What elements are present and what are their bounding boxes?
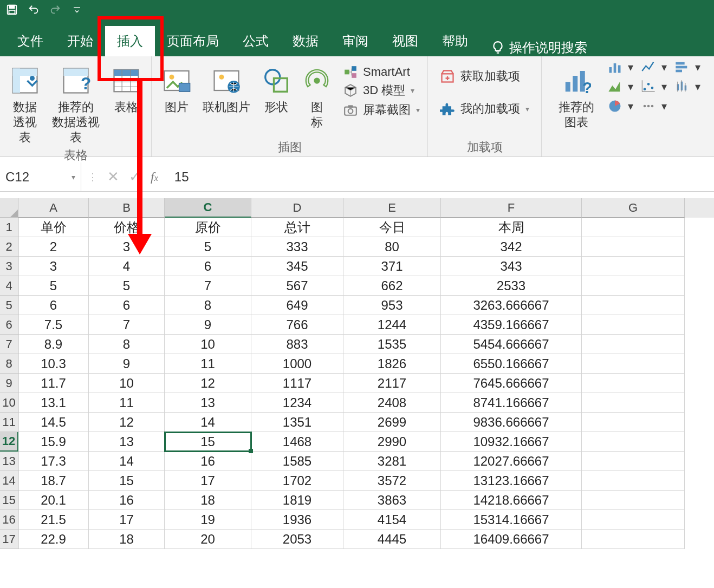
- row-header[interactable]: 14: [0, 471, 18, 491]
- line-chart-button[interactable]: ▾: [640, 60, 667, 75]
- cell[interactable]: 13: [165, 393, 251, 413]
- cell[interactable]: 15: [89, 471, 165, 491]
- cell[interactable]: 3263.666667: [441, 296, 582, 315]
- cell[interactable]: [582, 237, 685, 257]
- tab-help[interactable]: 帮助: [430, 26, 480, 56]
- my-addins-button[interactable]: 我的加载项 ▾: [438, 100, 531, 118]
- cell[interactable]: [582, 471, 685, 491]
- cell[interactable]: 8: [89, 335, 165, 354]
- cell[interactable]: 8741.166667: [441, 393, 582, 413]
- cell[interactable]: 2408: [343, 393, 441, 413]
- row-header[interactable]: 15: [0, 491, 18, 510]
- row-header[interactable]: 17: [0, 530, 18, 549]
- cell[interactable]: 1351: [251, 413, 343, 432]
- column-header[interactable]: E: [343, 198, 441, 218]
- cell[interactable]: 6: [165, 257, 251, 276]
- cell[interactable]: 11.7: [18, 374, 89, 393]
- cell[interactable]: [582, 452, 685, 471]
- formula-input[interactable]: 15: [174, 169, 189, 185]
- name-box[interactable]: C12 ▾: [0, 162, 81, 191]
- cell[interactable]: [582, 491, 685, 510]
- cell[interactable]: 20.1: [18, 491, 89, 510]
- cell[interactable]: 345: [251, 257, 343, 276]
- cell[interactable]: 1468: [251, 432, 343, 452]
- smartart-button[interactable]: SmartArt: [341, 64, 422, 80]
- cell[interactable]: 766: [251, 315, 343, 335]
- cell[interactable]: 6550.166667: [441, 354, 582, 374]
- cell[interactable]: 883: [251, 335, 343, 354]
- redo-icon[interactable]: [47, 2, 64, 17]
- cell[interactable]: 5454.666667: [441, 335, 582, 354]
- cell[interactable]: [582, 257, 685, 276]
- cell[interactable]: 3863: [343, 491, 441, 510]
- cell[interactable]: 16: [165, 452, 251, 471]
- row-header[interactable]: 6: [0, 315, 18, 335]
- fill-handle[interactable]: [249, 449, 253, 453]
- cell[interactable]: 4: [89, 257, 165, 276]
- cell[interactable]: 7.5: [18, 315, 89, 335]
- recommended-charts-button[interactable]: ? 推荐的 图表: [555, 60, 598, 139]
- pivot-table-button[interactable]: 数据 透视表: [5, 60, 44, 147]
- cell[interactable]: 2117: [343, 374, 441, 393]
- cell[interactable]: 2699: [343, 413, 441, 432]
- screenshot-button[interactable]: 屏幕截图 ▾: [341, 101, 422, 119]
- cell[interactable]: 7645.666667: [441, 374, 582, 393]
- cell[interactable]: 15: [165, 432, 251, 452]
- cancel-icon[interactable]: ✕: [107, 168, 119, 185]
- pictures-button[interactable]: 图片: [157, 60, 196, 139]
- cell[interactable]: 17: [89, 510, 165, 530]
- cell[interactable]: 5: [89, 276, 165, 296]
- undo-icon[interactable]: [25, 2, 42, 17]
- cell[interactable]: 7: [89, 315, 165, 335]
- row-header[interactable]: 9: [0, 374, 18, 393]
- surface-chart-button[interactable]: ▾: [640, 99, 667, 114]
- tab-data[interactable]: 数据: [281, 26, 330, 56]
- cell[interactable]: [582, 393, 685, 413]
- cell[interactable]: 14218.66667: [441, 491, 582, 510]
- cell[interactable]: [582, 218, 685, 237]
- cell[interactable]: 343: [441, 257, 582, 276]
- cell[interactable]: 7: [165, 276, 251, 296]
- cell[interactable]: 21.5: [18, 510, 89, 530]
- icons-button[interactable]: 图 标: [299, 60, 335, 139]
- cell[interactable]: 10: [165, 335, 251, 354]
- cell[interactable]: [582, 413, 685, 432]
- cell[interactable]: 1936: [251, 510, 343, 530]
- cell[interactable]: [582, 374, 685, 393]
- cell[interactable]: 6: [89, 296, 165, 315]
- cell[interactable]: 5: [18, 276, 89, 296]
- cell[interactable]: 1234: [251, 393, 343, 413]
- cell[interactable]: 本周: [441, 218, 582, 237]
- cell[interactable]: 1702: [251, 471, 343, 491]
- column-header[interactable]: D: [251, 198, 343, 218]
- cell[interactable]: 1535: [343, 335, 441, 354]
- cell[interactable]: 12: [165, 374, 251, 393]
- cell[interactable]: [582, 530, 685, 549]
- cell[interactable]: 总计: [251, 218, 343, 237]
- cell[interactable]: 原价: [165, 218, 251, 237]
- cell[interactable]: 333: [251, 237, 343, 257]
- row-header[interactable]: 2: [0, 237, 18, 257]
- cell[interactable]: 4359.166667: [441, 315, 582, 335]
- scatter-chart-button[interactable]: ▾: [640, 79, 667, 94]
- cell[interactable]: 8.9: [18, 335, 89, 354]
- cell[interactable]: 4154: [343, 510, 441, 530]
- row-header[interactable]: 12: [0, 432, 18, 452]
- cell[interactable]: 16409.66667: [441, 530, 582, 549]
- cell[interactable]: 11: [165, 354, 251, 374]
- cell[interactable]: 17: [165, 471, 251, 491]
- cell[interactable]: 6: [18, 296, 89, 315]
- cell[interactable]: 13: [89, 432, 165, 452]
- tab-formulas[interactable]: 公式: [231, 26, 281, 56]
- cell[interactable]: [582, 276, 685, 296]
- cell[interactable]: 953: [343, 296, 441, 315]
- cell[interactable]: 18: [89, 530, 165, 549]
- select-all-corner[interactable]: [0, 198, 18, 218]
- cell[interactable]: 2053: [251, 530, 343, 549]
- column-chart-button[interactable]: ▾: [673, 60, 700, 75]
- cell[interactable]: 4445: [343, 530, 441, 549]
- cell[interactable]: 22.9: [18, 530, 89, 549]
- cell[interactable]: 8: [165, 296, 251, 315]
- tab-file[interactable]: 文件: [5, 26, 55, 56]
- 3d-models-button[interactable]: 3D 模型 ▾: [341, 81, 422, 100]
